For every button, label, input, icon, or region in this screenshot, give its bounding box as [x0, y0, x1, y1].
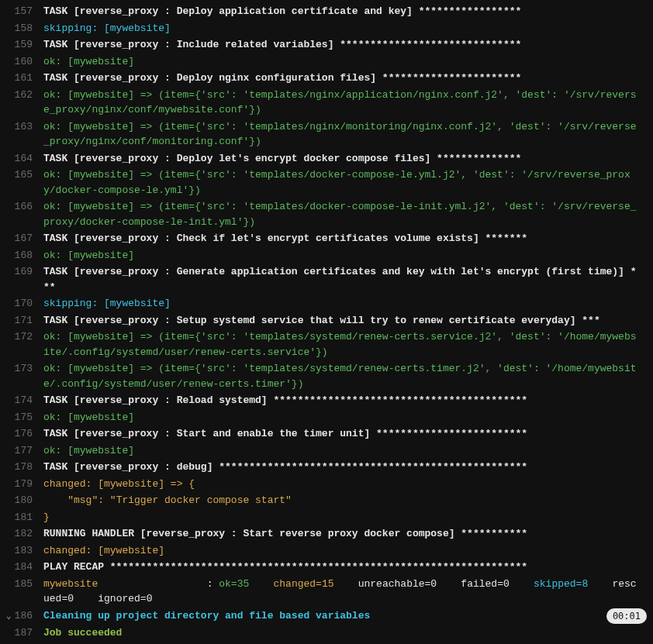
line-content: "msg": "Trigger docker compose start" [43, 493, 647, 508]
line-number: 165 [6, 167, 43, 183]
line-number: 171 [6, 313, 43, 329]
log-line[interactable]: ⌄186Cleaning up project directory and fi… [0, 608, 653, 625]
line-number: 174 [6, 393, 43, 408]
log-line[interactable]: 164TASK [reverse_proxy : Deploy let's en… [0, 150, 653, 167]
log-line[interactable]: 182RUNNING HANDLER [reverse_proxy : Star… [0, 525, 653, 542]
log-line[interactable]: 162ok: [mywebsite] => (item={'src': 'tem… [0, 87, 653, 119]
log-line[interactable]: 176TASK [reverse_proxy : Start and enabl… [0, 425, 653, 443]
line-content: TASK [reverse_proxy : Deploy application… [43, 4, 647, 19]
line-content: Cleaning up project directory and file b… [43, 608, 493, 624]
line-number: 186 [6, 608, 43, 624]
log-line[interactable]: 159TASK [reverse_proxy : Include related… [0, 36, 653, 53]
line-content: TASK [reverse_proxy : Start and enable t… [43, 426, 647, 442]
line-number: 172 [6, 329, 43, 345]
line-number: 159 [6, 37, 43, 53]
chevron-down-icon[interactable]: ⌄ [6, 610, 12, 623]
line-content: ok: [mywebsite] [43, 54, 647, 70]
log-line[interactable]: 160ok: [mywebsite] [0, 53, 653, 71]
line-number: 167 [6, 231, 43, 246]
log-line[interactable]: 179changed: [mywebsite] => { [0, 476, 653, 493]
line-number: 177 [6, 443, 43, 459]
log-line[interactable]: 161TASK [reverse_proxy : Deploy nginx co… [0, 70, 653, 87]
log-line[interactable]: 167TASK [reverse_proxy : Check if let's … [0, 230, 653, 247]
log-line[interactable]: 170skipping: [mywebsite] [0, 295, 653, 312]
line-content: changed: [mywebsite] [43, 543, 647, 559]
line-number: 179 [6, 477, 43, 492]
log-line[interactable]: 183changed: [mywebsite] [0, 542, 653, 560]
log-line[interactable]: 165ok: [mywebsite] => (item={'src': 'tem… [0, 167, 653, 198]
line-content: mywebsite : ok=35 changed=15 unreachable… [43, 577, 647, 607]
log-line[interactable]: 177ok: [mywebsite] [0, 443, 653, 460]
log-line[interactable]: 168ok: [mywebsite] [0, 247, 653, 264]
log-container: 157TASK [reverse_proxy : Deploy applicat… [0, 0, 653, 644]
line-content: ok: [mywebsite] => (item={'src': 'templa… [43, 361, 647, 391]
log-line[interactable]: 172ok: [mywebsite] => (item={'src': 'tem… [0, 329, 653, 360]
line-content: TASK [reverse_proxy : debug] ***********… [43, 460, 647, 475]
log-line[interactable]: 163ok: [mywebsite] => (item={'src': 'tem… [0, 119, 653, 150]
line-number: 176 [6, 426, 43, 442]
line-number: 168 [6, 248, 43, 263]
line-content: PLAY RECAP *****************************… [43, 560, 647, 575]
line-content: skipping: [mywebsite] [43, 21, 647, 36]
line-number: 170 [6, 296, 43, 312]
log-line[interactable]: 181} [0, 509, 653, 526]
line-number: 166 [6, 199, 43, 215]
line-number: 157 [6, 4, 43, 19]
log-line[interactable]: 157TASK [reverse_proxy : Deploy applicat… [0, 3, 653, 20]
line-content: } [43, 510, 647, 525]
log-line[interactable]: 171TASK [reverse_proxy : Setup systemd s… [0, 312, 653, 329]
log-line[interactable]: 178TASK [reverse_proxy : debug] ********… [0, 459, 653, 476]
line-content: TASK [reverse_proxy : Setup systemd serv… [43, 313, 647, 329]
line-content: TASK [reverse_proxy : Deploy nginx confi… [43, 71, 647, 86]
line-number: 160 [6, 54, 43, 70]
line-content: TASK [reverse_proxy : Generate applicati… [43, 264, 647, 294]
recap-ignored: ignored=0 [98, 593, 152, 604]
line-content: TASK [reverse_proxy : Reload systemd] **… [43, 393, 647, 408]
log-line[interactable]: 169TASK [reverse_proxy : Generate applic… [0, 263, 653, 295]
line-content: TASK [reverse_proxy : Deploy let's encry… [43, 151, 647, 167]
line-content: TASK [reverse_proxy : Check if let's enc… [43, 231, 647, 246]
line-content: ok: [mywebsite] => (item={'src': 'templa… [43, 119, 647, 150]
line-content: ok: [mywebsite] => (item={'src': 'templa… [43, 329, 647, 360]
line-content: ok: [mywebsite] [43, 443, 647, 459]
log-line[interactable]: 174TASK [reverse_proxy : Reload systemd]… [0, 392, 653, 409]
recap-failed: failed=0 [461, 578, 509, 590]
line-number: 163 [6, 119, 43, 135]
line-number: 175 [6, 410, 43, 425]
line-content: skipping: [mywebsite] [43, 296, 647, 312]
line-content: changed: [mywebsite] => { [43, 477, 647, 492]
recap-host: mywebsite [43, 578, 207, 590]
log-line[interactable]: 184PLAY RECAP **************************… [0, 559, 653, 576]
line-number: 169 [6, 264, 43, 280]
log-line[interactable]: 187Job succeeded [0, 625, 653, 642]
log-line[interactable]: 185mywebsite : ok=35 changed=15 unreacha… [0, 576, 653, 608]
recap-ok: ok=35 [219, 578, 249, 590]
line-content: Job succeeded [43, 625, 647, 641]
line-number: 182 [6, 526, 43, 542]
line-number: 184 [6, 560, 43, 575]
recap-changed: changed=15 [273, 578, 333, 590]
log-line[interactable]: 158skipping: [mywebsite] [0, 20, 653, 37]
line-number: 181 [6, 510, 43, 525]
recap-unreachable: unreachable=0 [358, 578, 437, 590]
line-number: 173 [6, 361, 43, 377]
line-number: 158 [6, 21, 43, 36]
stage-timer-badge: 00:01 [606, 608, 647, 624]
log-line[interactable]: 166ok: [mywebsite] => (item={'src': 'tem… [0, 198, 653, 230]
line-content: TASK [reverse_proxy : Include related va… [43, 37, 647, 53]
log-line[interactable]: 175ok: [mywebsite] [0, 409, 653, 426]
line-content: ok: [mywebsite] => (item={'src': 'templa… [43, 199, 647, 229]
line-number: 178 [6, 460, 43, 475]
line-content: ok: [mywebsite] [43, 248, 647, 263]
line-number: 164 [6, 151, 43, 167]
line-number: 180 [6, 493, 43, 508]
log-line[interactable]: 180 "msg": "Trigger docker compose start… [0, 492, 653, 509]
line-content: ok: [mywebsite] => (item={'src': 'templa… [43, 88, 647, 118]
log-line[interactable]: 173ok: [mywebsite] => (item={'src': 'tem… [0, 360, 653, 392]
line-number: 183 [6, 543, 43, 559]
line-content: RUNNING HANDLER [reverse_proxy : Start r… [43, 526, 647, 542]
line-number: 161 [6, 71, 43, 86]
line-number: 187 [6, 625, 43, 641]
line-content: ok: [mywebsite] => (item={'src': 'templa… [43, 167, 647, 198]
recap-skipped: skipped=8 [534, 578, 588, 590]
